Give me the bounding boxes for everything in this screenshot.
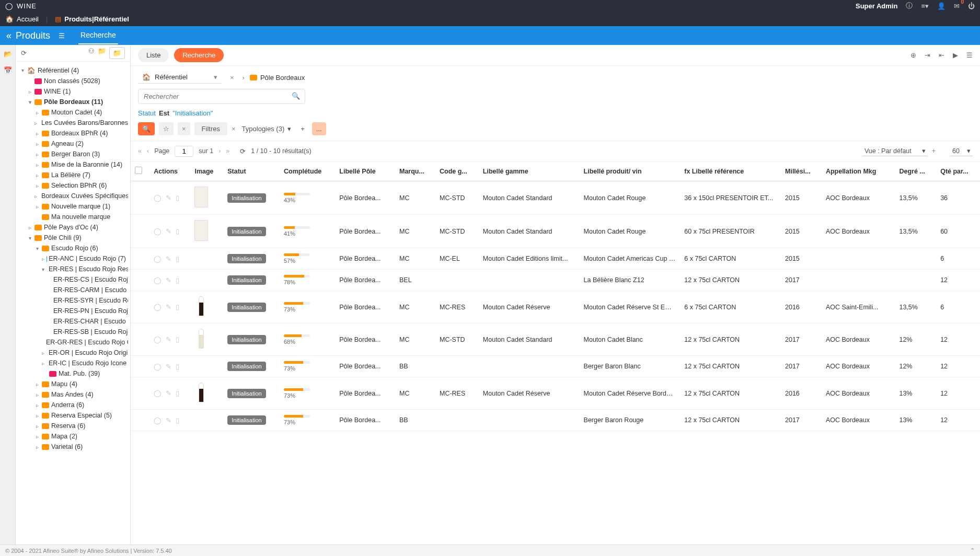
column-header[interactable]: Marqu... [395, 161, 435, 181]
add-icon[interactable]: ⊕ [910, 51, 916, 59]
circle-icon[interactable]: ◯ [154, 227, 162, 235]
column-header[interactable]: Image [190, 161, 223, 181]
circle-icon[interactable]: ◯ [154, 389, 162, 397]
delete-icon[interactable]: ▯ [176, 227, 179, 235]
tree-item[interactable]: ▹ER-OR | Escudo Rojo Origine (1) [18, 348, 128, 358]
edit-icon[interactable]: ✎ [166, 276, 171, 284]
edit-icon[interactable]: ✎ [166, 416, 171, 424]
play-icon[interactable]: ▶ [953, 51, 958, 59]
help-icon[interactable]: ⓘ [906, 1, 913, 10]
export-icon[interactable]: ⇤ [939, 51, 944, 59]
user-icon[interactable]: 👤 [937, 2, 946, 10]
edit-icon[interactable]: ✎ [166, 389, 171, 397]
tree-item[interactable]: ▹Mas Andes (4) [18, 389, 128, 400]
tree-item[interactable]: ▹ER-ANC | Escudo Rojo (7) [18, 253, 128, 264]
tree-item[interactable]: ER-RES-CS | Escudo Rojo R... [18, 274, 128, 285]
column-header[interactable]: Appellation Mkg [822, 161, 895, 181]
table-row[interactable]: ◯✎▯Initialisation57%Pôle Bordea...MCMC-E… [131, 248, 980, 270]
expand-icon[interactable]: ⌃ [970, 547, 975, 554]
tree-item[interactable]: ER-RES-CARM | Escudo Roj... [18, 285, 128, 295]
prev-page-icon[interactable]: ‹ [147, 147, 149, 155]
tree-item[interactable]: ER-RES-PN | Escudo Rojo R... [18, 306, 128, 316]
column-header[interactable]: Actions [149, 161, 190, 181]
menu-icon[interactable]: ≡▾ [921, 2, 929, 10]
tree-item[interactable]: ▹Mise de la Baronnie (14) [18, 159, 128, 170]
first-page-icon[interactable]: « [138, 147, 142, 155]
hamburger-icon[interactable]: ☰ [59, 32, 65, 40]
tree-item[interactable]: ▾Pôle Bordeaux (11) [18, 97, 128, 107]
seg-liste[interactable]: Liste [138, 48, 169, 62]
table-row[interactable]: ◯✎▯Initialisation41%Pôle Bordea...MCMC-S… [131, 215, 980, 248]
circle-icon[interactable]: ◯ [154, 194, 162, 202]
tree-item[interactable]: ▹Mapa (2) [18, 431, 128, 442]
tree-item[interactable]: ER-RES-SB | Escudo Rojo R... [18, 327, 128, 337]
column-header[interactable]: Qté par... [936, 161, 980, 181]
column-header[interactable]: Libellé Pôle [335, 161, 395, 181]
pill-filtres[interactable]: Filtres [194, 122, 227, 135]
column-header[interactable]: Millési... [781, 161, 822, 181]
tree-item[interactable]: ▹Berger Baron (3) [18, 149, 128, 159]
folder-icon[interactable]: 📁 [98, 47, 106, 59]
pill-more[interactable]: ... [312, 122, 326, 135]
filter-value[interactable]: "Initialisation" [172, 109, 213, 117]
delete-icon[interactable]: ▯ [176, 303, 179, 311]
edit-icon[interactable]: ✎ [166, 255, 171, 263]
tree-item[interactable]: ▾Pôle Chili (9) [18, 233, 128, 243]
delete-icon[interactable]: ▯ [176, 335, 179, 343]
tree-item[interactable]: ▹Mouton Cadet (4) [18, 107, 128, 118]
nav-home[interactable]: 🏠 Accueil [5, 15, 39, 23]
delete-icon[interactable]: ▯ [176, 389, 179, 397]
column-header[interactable]: Statut [223, 161, 280, 181]
column-header[interactable]: fx Libellé référence [680, 161, 781, 181]
last-page-icon[interactable]: » [226, 147, 229, 155]
column-header[interactable]: Code g... [435, 161, 479, 181]
circle-icon[interactable]: ◯ [154, 416, 162, 424]
page-input[interactable] [175, 146, 193, 157]
tree-item[interactable]: ▹WINE (1) [18, 86, 128, 97]
nav-products[interactable]: ▤ Produits|Référentiel [55, 15, 129, 23]
tree-item[interactable]: ▹Reserva (6) [18, 421, 128, 431]
select-all-checkbox[interactable] [135, 167, 142, 174]
table-row[interactable]: ◯✎▯Initialisation43%Pôle Bordea...MCMC-S… [131, 181, 980, 215]
breadcrumb-select[interactable]: 🏠 Référentiel ▾ [138, 71, 222, 84]
refresh-icon[interactable]: ⟳ [21, 49, 27, 57]
refresh-icon[interactable]: ⟳ [240, 147, 246, 155]
tab-recherche[interactable]: Recherche [78, 27, 118, 44]
delete-icon[interactable]: ▯ [176, 363, 179, 370]
seg-recherche[interactable]: Recherche [174, 48, 224, 62]
tree-item[interactable]: Ma nouvelle marque [18, 212, 128, 222]
tree-item[interactable]: Non classés (5028) [18, 76, 128, 86]
pill-typologies[interactable]: Typologies (3) ▾ [240, 122, 294, 135]
close-icon[interactable]: × [227, 74, 237, 82]
column-header[interactable]: Complétude [280, 161, 335, 181]
folder-boxed-icon[interactable]: 📁 [109, 47, 125, 59]
column-header[interactable]: Libellé gamme [479, 161, 580, 181]
tree-item[interactable]: Mat. Pub. (39) [18, 368, 128, 379]
circle-icon[interactable]: ◯ [154, 303, 162, 311]
table-row[interactable]: ◯✎▯Initialisation78%Pôle Bordea...BELLa … [131, 270, 980, 291]
breadcrumb-path[interactable]: Pôle Bordeaux [250, 74, 305, 82]
tree-item[interactable]: ▾ER-RES | Escudo Rojo Reserve ... [18, 264, 128, 274]
tree-item[interactable]: ▾Escudo Rojo (6) [18, 243, 128, 253]
table-wrap[interactable]: ActionsImageStatutComplétudeLibellé Pôle… [131, 161, 980, 545]
table-row[interactable]: ◯✎▯Initialisation68%Pôle Bordea...MCMC-S… [131, 323, 980, 356]
edit-icon[interactable]: ✎ [166, 227, 171, 235]
filter-statut[interactable]: Statut [138, 109, 156, 117]
tree-item[interactable]: ▹Anderra (6) [18, 400, 128, 410]
edit-icon[interactable]: ✎ [166, 194, 171, 202]
column-header[interactable]: Libellé produit/ vin [580, 161, 681, 181]
count-select[interactable]: 60 ▾ [950, 146, 973, 156]
tree-item[interactable]: ▹Mapu (4) [18, 379, 128, 389]
table-row[interactable]: ◯✎▯Initialisation73%Pôle Bordea...MCMC-R… [131, 377, 980, 410]
pill-clear[interactable]: × [178, 122, 190, 135]
circle-icon[interactable]: ◯ [154, 276, 162, 284]
add-view-icon[interactable]: + [932, 147, 936, 155]
search-icon[interactable]: 🔍 [292, 92, 300, 100]
sitemap-icon[interactable]: ⚇ [88, 47, 95, 59]
column-header[interactable]: Degré ... [895, 161, 936, 181]
tree-item[interactable]: ER-GR-RES | Escudo Rojo Gra... [18, 337, 128, 348]
list-toggle-icon[interactable]: ☰ [966, 51, 973, 59]
folder-open-icon[interactable]: 📂 [4, 50, 12, 58]
tree-item[interactable]: ▹Bordeaux BPhR (4) [18, 128, 128, 138]
power-icon[interactable]: ⏻ [968, 2, 975, 10]
